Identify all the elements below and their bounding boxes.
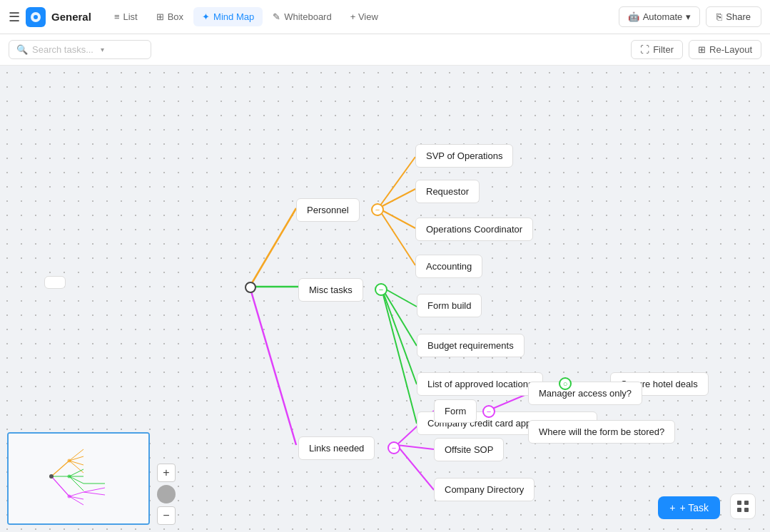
tab-add-view[interactable]: + View <box>342 7 387 26</box>
links-needed-collapse-circle[interactable]: − <box>387 441 400 454</box>
share-icon: ⎘ <box>716 11 722 22</box>
svg-line-3 <box>250 287 296 445</box>
box-icon: ⊞ <box>156 11 164 22</box>
form-stored-node[interactable]: Where will the form be stored? <box>528 420 675 444</box>
tab-list[interactable]: ≡ List <box>106 7 146 26</box>
accounting-node[interactable]: Accounting <box>415 255 482 278</box>
company-dir-node[interactable]: Company Directory <box>434 478 535 501</box>
list-icon: ≡ <box>114 11 120 22</box>
minimap-svg <box>9 434 148 523</box>
misc-tasks-collapse-circle[interactable]: − <box>375 283 387 296</box>
toolbar: 🔍 Search tasks... ▾ ⛶ Filter ⊞ Re-Layout <box>0 34 770 66</box>
filter-icon: ⛶ <box>640 44 649 55</box>
personnel-node[interactable]: Personnel <box>296 198 360 222</box>
svg-rect-18 <box>9 434 148 523</box>
search-chevron-icon: ▾ <box>101 46 104 53</box>
svg-rect-42 <box>737 508 741 512</box>
budget-req-node[interactable]: Budget requirements <box>417 334 525 357</box>
app-logo <box>26 7 46 27</box>
nav-tabs: ≡ List ⊞ Box ✦ Mind Map ✎ Whiteboard + V… <box>106 7 387 26</box>
share-button[interactable]: ⎘ Share <box>706 6 761 27</box>
relayout-icon: ⊞ <box>698 44 706 55</box>
tab-mindmap[interactable]: ✦ Mind Map <box>193 7 263 26</box>
zoom-controls: + − <box>157 464 176 525</box>
nav-right-actions: 🤖 Automate ▾ ⎘ Share <box>619 6 761 27</box>
svg-line-6 <box>378 208 415 228</box>
whiteboard-icon: ✎ <box>273 11 280 22</box>
manager-access-node[interactable]: Manager access only? <box>528 382 642 405</box>
svp-node[interactable]: SVP of Operations <box>415 144 513 168</box>
svg-point-39 <box>68 495 71 498</box>
svg-point-37 <box>68 459 71 463</box>
requestor-node[interactable]: Requestor <box>415 180 480 203</box>
approved-locs-expand-circle[interactable]: ○ <box>559 377 572 390</box>
form-build-node[interactable]: Form build <box>417 294 482 317</box>
svg-line-14 <box>397 445 434 449</box>
automate-button[interactable]: 🤖 Automate ▾ <box>619 6 701 27</box>
automate-chevron-icon: ▾ <box>686 11 691 22</box>
svg-line-5 <box>378 189 415 208</box>
offsite-sop-node[interactable]: Offsite SOP <box>434 438 504 461</box>
svg-line-9 <box>381 287 417 346</box>
form-collapse-circle[interactable]: − <box>482 405 495 418</box>
svg-line-4 <box>378 157 415 208</box>
mindmap-canvas: Personnel − SVP of Operations Requestor … <box>0 66 770 532</box>
svg-rect-40 <box>737 501 741 505</box>
grid-view-button[interactable] <box>730 493 756 519</box>
root-circle <box>245 282 256 293</box>
minimap <box>7 432 150 525</box>
tab-whiteboard[interactable]: ✎ Whiteboard <box>264 7 340 26</box>
top-navigation: ☰ General ≡ List ⊞ Box ✦ Mind Map ✎ Whit… <box>0 0 770 34</box>
mindmap-icon: ✦ <box>202 11 210 22</box>
svg-point-36 <box>49 474 54 479</box>
zoom-handle <box>157 485 176 503</box>
links-needed-node[interactable]: Links needed <box>298 436 375 460</box>
svg-line-11 <box>381 287 417 424</box>
search-icon: 🔍 <box>16 44 28 55</box>
add-task-button[interactable]: + + Task <box>658 496 720 519</box>
misc-tasks-node[interactable]: Misc tasks <box>298 278 363 302</box>
form-node[interactable]: Form <box>434 399 477 423</box>
personnel-collapse-circle[interactable]: − <box>371 203 384 216</box>
svg-rect-41 <box>744 501 749 505</box>
plus-icon: + <box>669 502 675 513</box>
automate-icon: 🤖 <box>628 11 639 22</box>
app-title: General <box>51 11 91 23</box>
grid-icon <box>736 500 749 513</box>
approved-locs-node[interactable]: List of approved locations <box>417 372 543 396</box>
ops-coordinator-node[interactable]: Operations Coordinator <box>415 218 533 241</box>
svg-rect-43 <box>744 508 749 512</box>
hamburger-icon[interactable]: ☰ <box>9 9 20 25</box>
svg-point-38 <box>68 475 71 479</box>
svg-line-15 <box>397 445 434 490</box>
filter-button[interactable]: ⛶ Filter <box>631 40 683 59</box>
tab-box[interactable]: ⊞ Box <box>148 7 192 26</box>
toolbar-right: ⛶ Filter ⊞ Re-Layout <box>631 40 761 59</box>
zoom-out-button[interactable]: − <box>157 506 176 525</box>
svg-line-1 <box>250 208 296 287</box>
relayout-button[interactable]: ⊞ Re-Layout <box>689 40 761 59</box>
svg-line-10 <box>381 287 417 384</box>
svg-line-7 <box>378 208 415 265</box>
root-node[interactable] <box>44 276 66 289</box>
search-box[interactable]: 🔍 Search tasks... ▾ <box>9 40 151 59</box>
zoom-in-button[interactable]: + <box>157 464 176 482</box>
